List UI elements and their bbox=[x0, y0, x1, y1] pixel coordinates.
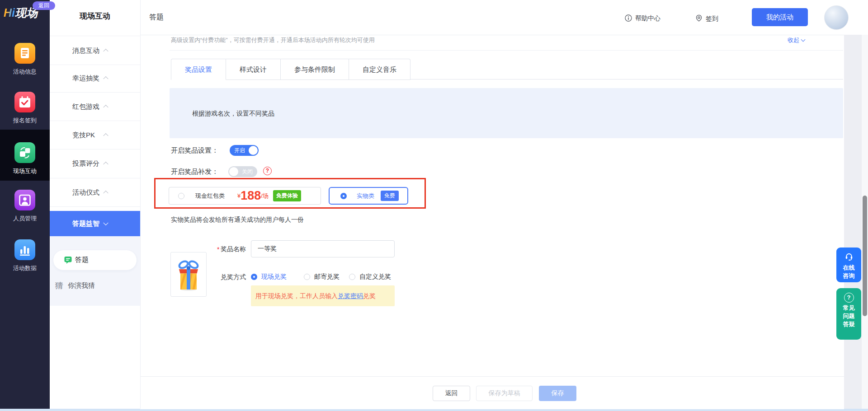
paid-feature-notice: 高级设置内“付费功能”，可按需付费开通，开通后本场活动内所有轮次均可使用 bbox=[171, 36, 375, 44]
sidebar-item-voting[interactable]: 投票评分 bbox=[50, 149, 140, 178]
info-icon bbox=[625, 14, 632, 23]
prize-settings-toggle[interactable]: 开启 bbox=[230, 145, 259, 156]
help-center-label: 帮助中心 bbox=[635, 14, 660, 22]
redeem-hint: 用于现场兑奖，工作人员输入兑奖密码兑奖 bbox=[251, 285, 395, 306]
free-badge: 免费 bbox=[381, 191, 399, 201]
redeem-password-link[interactable]: 兑奖密码 bbox=[338, 292, 363, 299]
headset-icon bbox=[836, 252, 861, 262]
logo-hi: Hi bbox=[4, 6, 15, 19]
sidebar-item-label: 消息互动 bbox=[72, 46, 99, 55]
tab-bar: 奖品设置 样式设计 参与条件限制 自定义音乐 bbox=[171, 59, 410, 79]
charades-icon: 猜 bbox=[55, 280, 63, 291]
divider bbox=[170, 50, 843, 51]
page-title: 答题 bbox=[149, 13, 164, 22]
primary-nav-rail: Hi现场 活动信息 报名签到 bbox=[0, 0, 50, 409]
sidebar-item-quiz-games[interactable]: 答题益智 bbox=[50, 211, 140, 236]
submenu-item-label: 你演我猜 bbox=[68, 281, 95, 290]
activity-data-icon bbox=[14, 239, 35, 262]
tab-prize-settings[interactable]: 奖品设置 bbox=[171, 59, 226, 80]
sidebar-item-pk[interactable]: 竞技PK bbox=[50, 121, 140, 149]
sidebar-item-ceremony[interactable]: 活动仪式 bbox=[50, 178, 140, 207]
chevron-up-icon bbox=[103, 162, 108, 167]
app-window: Hi现场 活动信息 报名签到 bbox=[0, 0, 868, 411]
sidebar-item-label: 竞技PK bbox=[72, 131, 95, 139]
online-service-button[interactable]: 在线咨询 bbox=[836, 248, 861, 282]
help-center-link[interactable]: 帮助中心 bbox=[625, 13, 660, 23]
staff-management-icon bbox=[14, 190, 35, 212]
price-unit: /场 bbox=[261, 192, 269, 200]
help-question-icon[interactable]: ? bbox=[263, 167, 272, 175]
radio-checked-icon[interactable] bbox=[251, 274, 257, 280]
location-pin-icon bbox=[695, 14, 703, 23]
chevron-up-icon bbox=[103, 48, 108, 53]
avatar[interactable] bbox=[824, 5, 849, 30]
redeem-hint-text: 兑奖 bbox=[363, 292, 376, 299]
rail-item-staff-management[interactable]: 人员管理 bbox=[0, 190, 50, 223]
option-label: 现金红包类 bbox=[195, 192, 225, 200]
option-cash-redpacket[interactable]: 现金红包类 ¥ 188 /场 免费体验 bbox=[169, 187, 321, 205]
activity-info-icon bbox=[14, 43, 35, 65]
redeem-option-onsite[interactable]: 现场兑奖 bbox=[251, 273, 287, 281]
collapse-link[interactable]: 收起 bbox=[788, 36, 805, 44]
app-logo: Hi现场 bbox=[4, 5, 38, 20]
radio-unchecked-icon[interactable] bbox=[349, 274, 355, 280]
my-activities-button[interactable]: 我的活动 bbox=[752, 8, 808, 26]
rail-item-label: 活动信息 bbox=[0, 68, 50, 76]
sidebar-item-lucky-draw[interactable]: 幸运抽奖 bbox=[50, 64, 140, 93]
chevron-up-icon bbox=[103, 104, 108, 109]
save-button[interactable]: 保存 bbox=[539, 386, 576, 401]
radio-checked-icon[interactable] bbox=[340, 193, 347, 199]
prize-reissue-toggle[interactable]: 关闭 bbox=[228, 166, 257, 177]
live-interaction-icon bbox=[14, 142, 35, 165]
chevron-up-icon bbox=[103, 133, 108, 138]
footer-action-bar: 返回 保存为草稿 保存 bbox=[140, 376, 844, 409]
secondary-sidebar: 现场互动 消息互动 幸运抽奖 红包游戏 竞技PK 投票评分 活动仪式 答题益智 bbox=[50, 0, 141, 409]
tab-custom-music[interactable]: 自定义音乐 bbox=[349, 59, 410, 80]
chevron-up-icon bbox=[103, 190, 108, 195]
toggle-knob bbox=[229, 167, 238, 176]
reissue-toggle-label: 开启奖品补发： bbox=[171, 168, 218, 176]
prize-name-label: 奖品名称 bbox=[221, 245, 246, 253]
redeem-option-custom[interactable]: 自定义兑奖 bbox=[349, 273, 391, 281]
signin-label: 签到 bbox=[706, 15, 718, 22]
rail-item-activity-data[interactable]: 活动数据 bbox=[0, 239, 50, 272]
redeem-option-label: 邮寄兑奖 bbox=[314, 273, 340, 281]
quiz-chat-icon bbox=[64, 256, 72, 266]
chevron-down-icon bbox=[103, 220, 108, 225]
rail-item-signup-checkin[interactable]: 报名签到 bbox=[0, 92, 50, 125]
toggle-state-label: 开启 bbox=[234, 147, 245, 154]
tab-participation-limits[interactable]: 参与条件限制 bbox=[281, 59, 349, 80]
rail-item-label: 报名签到 bbox=[0, 117, 50, 125]
scrollbar-thumb[interactable] bbox=[863, 196, 867, 316]
submenu-item-quiz[interactable]: 答题 bbox=[53, 250, 137, 270]
required-mark: * bbox=[217, 246, 219, 253]
signin-link[interactable]: 签到 bbox=[695, 13, 718, 23]
prize-name-input[interactable] bbox=[251, 240, 395, 257]
save-draft-button[interactable]: 保存为草稿 bbox=[476, 386, 533, 401]
radio-unchecked-icon[interactable] bbox=[304, 274, 310, 280]
sidebar-item-label: 投票评分 bbox=[72, 159, 99, 168]
back-button[interactable]: 返回 bbox=[433, 386, 470, 401]
option-physical[interactable]: 实物类 免费 bbox=[329, 187, 408, 205]
radio-unchecked-icon[interactable] bbox=[178, 193, 184, 199]
rail-item-live-interaction[interactable]: 现场互动 bbox=[0, 142, 50, 175]
online-service-label: 在线咨询 bbox=[842, 264, 856, 280]
toggle-state-label: 关闭 bbox=[242, 168, 253, 176]
option-price: 188 bbox=[241, 190, 261, 202]
gift-box-illustration bbox=[175, 258, 202, 291]
tab-style-design[interactable]: 样式设计 bbox=[226, 59, 281, 80]
back-badge[interactable]: 返回 bbox=[33, 1, 55, 10]
prize-toggle-label: 开启奖品设置： bbox=[171, 146, 218, 155]
main-content: 高级设置内“付费功能”，可按需付费开通，开通后本场活动内所有轮次均可使用 收起 … bbox=[140, 35, 844, 376]
prize-image[interactable] bbox=[170, 252, 207, 297]
redeem-option-label: 现场兑奖 bbox=[261, 273, 287, 281]
sidebar-item-red-packet[interactable]: 红包游戏 bbox=[50, 92, 140, 121]
scrollbar-track[interactable] bbox=[862, 35, 868, 409]
rail-item-activity-info[interactable]: 活动信息 bbox=[0, 43, 50, 76]
faq-button[interactable]: ? 常见问题答疑 bbox=[836, 288, 861, 340]
submenu-item-label: 答题 bbox=[75, 256, 89, 264]
sidebar-item-messages[interactable]: 消息互动 bbox=[50, 36, 140, 65]
redeem-option-mail[interactable]: 邮寄兑奖 bbox=[304, 273, 340, 281]
info-banner-text: 根据游戏名次，设置不同奖品 bbox=[192, 110, 274, 118]
submenu-item-charades[interactable]: 猜 你演我猜 bbox=[50, 277, 140, 295]
